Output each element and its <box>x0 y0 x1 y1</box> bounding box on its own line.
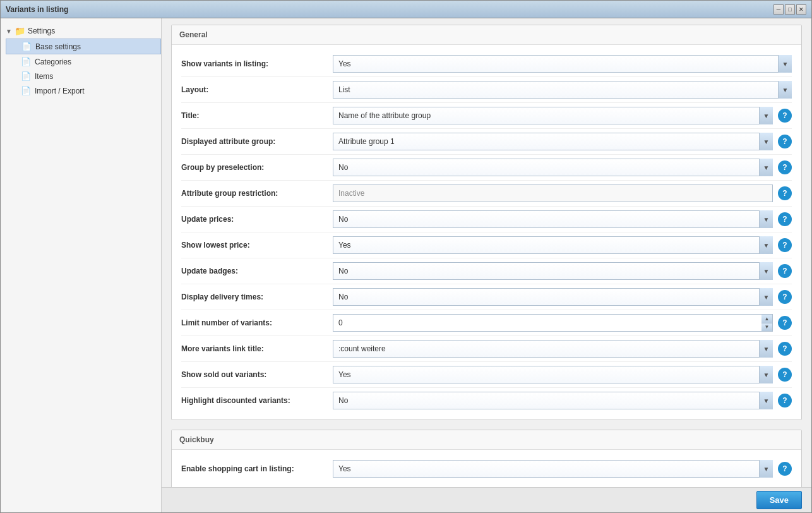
select-highlight-discounted[interactable]: No Yes <box>333 392 773 409</box>
help-btn-sold-out-variants[interactable]: ? <box>778 368 792 382</box>
row-show-variants: Show variants in listing: Yes No ▼ <box>181 51 792 77</box>
select-delivery-times[interactable]: No Yes <box>333 288 773 306</box>
help-btn-attr-group-restriction[interactable]: ? <box>778 186 792 200</box>
help-btn-update-prices[interactable]: ? <box>778 212 792 226</box>
control-title: Name of the attribute group ▼ ? <box>333 107 792 124</box>
label-sold-out-variants: Show sold out variants: <box>181 370 333 379</box>
sidebar-item-import-export[interactable]: 📄 Import / Export <box>6 83 161 98</box>
help-btn-displayed-attr-group[interactable]: ? <box>778 135 792 148</box>
label-displayed-attr-group: Displayed attribute group: <box>181 137 333 146</box>
sidebar-item-base-settings[interactable]: 📄 Base settings <box>6 39 161 54</box>
row-displayed-attr-group: Displayed attribute group: Attribute gro… <box>181 129 792 155</box>
row-sold-out-variants: Show sold out variants: Yes No ▼ ? <box>181 362 792 388</box>
row-attr-group-restriction: Attribute group restriction: ? <box>181 181 792 207</box>
label-highlight-discounted: Highlight discounted variants: <box>181 396 333 405</box>
row-update-badges: Update badges: No Yes ▼ ? <box>181 258 792 284</box>
help-btn-more-variants-link[interactable]: ? <box>778 342 792 356</box>
control-layout: List Grid ▼ <box>333 81 792 99</box>
select-update-badges[interactable]: No Yes <box>333 262 773 280</box>
doc-icon-categories: 📄 <box>21 57 31 66</box>
control-show-variants: Yes No ▼ <box>333 55 792 73</box>
title-bar: Variants in listing ─ □ ✕ <box>1 1 811 18</box>
sidebar-item-categories[interactable]: 📄 Categories <box>6 54 161 69</box>
row-update-prices: Update prices: No Yes ▼ ? <box>181 207 792 232</box>
row-limit-variants: Limit number of variants: ▲ ▼ ? <box>181 310 792 336</box>
sidebar-item-items[interactable]: 📄 Items <box>6 69 161 83</box>
doc-icon-base: 📄 <box>21 42 32 51</box>
section-quickbuy-body: Enable shopping cart in listing: Yes No … <box>172 450 801 487</box>
maximize-button[interactable]: □ <box>785 4 795 15</box>
select-wrapper-highlight-discounted: No Yes ▼ <box>333 392 773 409</box>
row-more-variants-link: More variants link title: :count weitere… <box>181 336 792 362</box>
select-wrapper-show-lowest-price: Yes No ▼ <box>333 236 773 254</box>
select-sold-out-variants[interactable]: Yes No <box>333 366 773 383</box>
control-limit-variants: ▲ ▼ ? <box>333 314 792 332</box>
label-update-badges: Update badges: <box>181 267 333 275</box>
doc-icon-items: 📄 <box>21 71 31 81</box>
select-displayed-attr-group[interactable]: Attribute group 1 <box>333 133 773 150</box>
row-highlight-discounted: Highlight discounted variants: No Yes ▼ <box>181 388 792 413</box>
control-displayed-attr-group: Attribute group 1 ▼ ? <box>333 133 792 150</box>
minimize-button[interactable]: ─ <box>773 4 784 15</box>
label-show-lowest-price: Show lowest price: <box>181 241 333 250</box>
select-group-preselection[interactable]: No Yes <box>333 159 773 176</box>
select-layout[interactable]: List Grid <box>333 81 792 99</box>
control-enable-cart: Yes No ▼ ? <box>333 460 792 478</box>
right-content: General Show variants in listing: Yes No <box>162 18 811 512</box>
spinner-up-limit-variants[interactable]: ▲ <box>761 315 772 323</box>
select-title[interactable]: Name of the attribute group <box>333 107 773 124</box>
select-wrapper-enable-cart: Yes No ▼ <box>333 460 773 478</box>
select-wrapper-sold-out-variants: Yes No ▼ <box>333 366 773 383</box>
main-area: ▼ 📁 Settings 📄 Base settings 📄 Categorie… <box>1 18 811 512</box>
input-attr-group-restriction[interactable] <box>333 184 773 202</box>
help-btn-enable-cart[interactable]: ? <box>778 462 792 476</box>
window-controls: ─ □ ✕ <box>773 4 806 15</box>
select-wrapper-update-badges: No Yes ▼ <box>333 262 773 280</box>
control-group-preselection: No Yes ▼ ? <box>333 159 792 176</box>
number-wrapper-limit-variants: ▲ ▼ <box>333 314 773 332</box>
label-show-variants: Show variants in listing: <box>181 59 333 68</box>
select-enable-cart[interactable]: Yes No <box>333 460 773 478</box>
expand-icon: ▼ <box>6 28 12 35</box>
control-show-lowest-price: Yes No ▼ ? <box>333 236 792 254</box>
help-btn-delivery-times[interactable]: ? <box>778 290 792 304</box>
select-wrapper-layout: List Grid ▼ <box>333 81 792 99</box>
label-update-prices: Update prices: <box>181 215 333 224</box>
select-show-variants[interactable]: Yes No <box>333 55 792 73</box>
help-btn-update-badges[interactable]: ? <box>778 264 792 278</box>
sidebar: ▼ 📁 Settings 📄 Base settings 📄 Categorie… <box>1 18 162 512</box>
window-title: Variants in listing <box>6 5 68 14</box>
select-wrapper-show-variants: Yes No ▼ <box>333 55 792 73</box>
main-window: Variants in listing ─ □ ✕ ▼ 📁 Settings 📄… <box>0 0 812 513</box>
select-wrapper-delivery-times: No Yes ▼ <box>333 288 773 306</box>
label-layout: Layout: <box>181 85 333 94</box>
control-attr-group-restriction: ? <box>333 184 792 202</box>
help-btn-highlight-discounted[interactable]: ? <box>778 394 792 407</box>
help-btn-show-lowest-price[interactable]: ? <box>778 238 792 252</box>
footer: Save <box>162 487 811 512</box>
number-spinners-limit-variants: ▲ ▼ <box>761 314 773 332</box>
label-delivery-times: Display delivery times: <box>181 293 333 301</box>
help-btn-group-preselection[interactable]: ? <box>778 160 792 174</box>
sidebar-items: 📄 Base settings 📄 Categories 📄 Items 📄 I… <box>1 39 161 98</box>
number-input-limit-variants[interactable] <box>333 314 761 332</box>
help-btn-limit-variants[interactable]: ? <box>778 316 792 330</box>
sidebar-group-label: Settings <box>28 27 55 35</box>
help-btn-title[interactable]: ? <box>778 109 792 123</box>
spinner-down-limit-variants[interactable]: ▼ <box>761 323 772 332</box>
save-button[interactable]: Save <box>756 491 802 509</box>
select-wrapper-displayed-attr-group: Attribute group 1 ▼ <box>333 133 773 150</box>
sidebar-group-settings[interactable]: ▼ 📁 Settings <box>1 23 161 39</box>
select-wrapper-update-prices: No Yes ▼ <box>333 210 773 228</box>
section-general: General Show variants in listing: Yes No <box>171 25 802 420</box>
close-button[interactable]: ✕ <box>796 4 806 15</box>
sidebar-label-categories: Categories <box>35 57 71 66</box>
select-show-lowest-price[interactable]: Yes No <box>333 236 773 254</box>
label-more-variants-link: More variants link title: <box>181 344 333 353</box>
select-more-variants-link[interactable]: :count weitere <box>333 340 773 358</box>
form-area: General Show variants in listing: Yes No <box>162 18 811 487</box>
select-update-prices[interactable]: No Yes <box>333 210 773 228</box>
control-sold-out-variants: Yes No ▼ ? <box>333 366 792 383</box>
sidebar-label-items: Items <box>35 72 53 81</box>
row-enable-cart: Enable shopping cart in listing: Yes No … <box>181 456 792 481</box>
